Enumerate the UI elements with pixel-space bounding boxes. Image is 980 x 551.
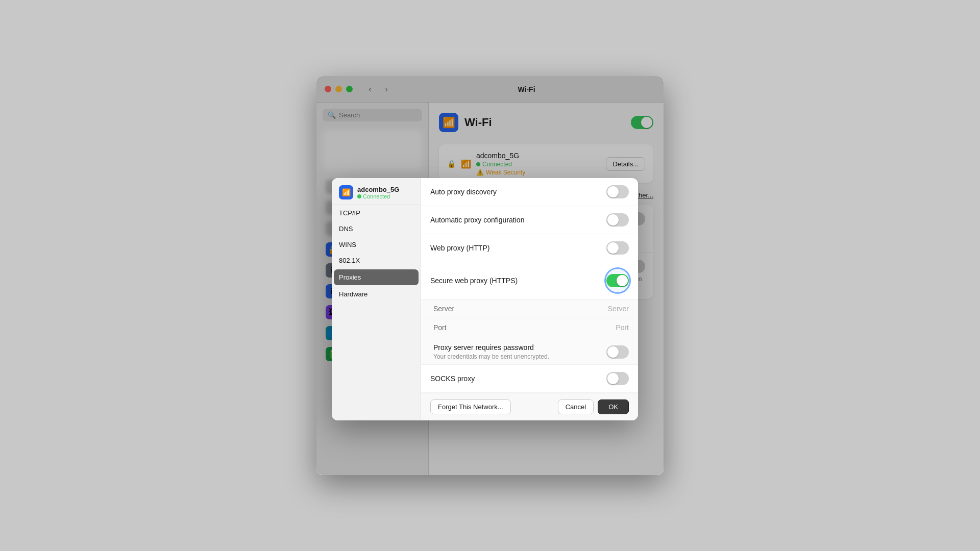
modal-net-status: Connected <box>357 193 399 199</box>
modal-nav-tcpip[interactable]: TCP/IP <box>332 205 421 221</box>
secure-proxy-header-row: Secure web proxy (HTTPS) <box>421 262 638 299</box>
modal-net-icon: 📶 <box>339 185 353 199</box>
cancel-button[interactable]: Cancel <box>558 399 594 414</box>
main-window: ‹ › Wi-Fi 🔍 <box>316 76 664 475</box>
modal-nav-items: TCP/IP DNS WINS 802.1X Proxies Hardware <box>332 205 421 302</box>
server-input[interactable]: Server <box>608 305 629 313</box>
secure-proxy-toggle-highlight <box>606 269 629 292</box>
port-label: Port <box>433 323 447 332</box>
modal-nav-dns[interactable]: DNS <box>332 221 421 237</box>
port-input[interactable]: Port <box>616 323 629 332</box>
modal-body: Auto proxy discovery Automatic proxy con… <box>421 178 638 393</box>
auto-discovery-toggle[interactable] <box>606 185 629 198</box>
port-row: Port Port <box>421 318 638 337</box>
proxy-auto-discovery-label: Auto proxy discovery <box>430 188 497 196</box>
modal-nav-proxies[interactable]: Proxies <box>334 269 419 285</box>
modal-action-buttons: Cancel OK <box>558 399 629 414</box>
modal-main: Auto proxy discovery Automatic proxy con… <box>421 178 638 420</box>
auto-config-toggle[interactable] <box>606 213 629 227</box>
proxy-auto-discovery-row: Auto proxy discovery <box>421 178 638 206</box>
modal-footer: Forget This Network... Cancel OK <box>421 393 638 420</box>
modal-overlay: 📶 adcombo_5G Connected TCP/IP DNS <box>316 76 664 475</box>
web-http-toggle[interactable] <box>606 241 629 255</box>
password-row: Proxy server requires password Your cred… <box>421 337 638 364</box>
secure-proxy-toggle[interactable] <box>606 274 629 287</box>
ok-button[interactable]: OK <box>598 399 629 414</box>
modal-nav-hardware[interactable]: Hardware <box>332 286 421 302</box>
proxy-auto-config-row: Automatic proxy configuration <box>421 206 638 234</box>
password-label: Proxy server requires password <box>433 343 549 352</box>
secure-proxy-section: Secure web proxy (HTTPS) Serve <box>421 262 638 365</box>
secure-proxy-subrows: Server Server Port Port <box>421 299 638 364</box>
modal-net-info: adcombo_5G Connected <box>357 186 399 199</box>
server-label: Server <box>433 305 454 313</box>
proxy-web-http-row: Web proxy (HTTP) <box>421 234 638 262</box>
password-toggle[interactable] <box>606 345 629 359</box>
secure-proxy-label: Secure web proxy (HTTPS) <box>430 277 518 285</box>
modal-connected-dot <box>357 194 361 198</box>
modal-net-name: adcombo_5G <box>357 186 399 193</box>
password-desc: Your credentials may be sent unencrypted… <box>433 353 549 360</box>
modal-layout: 📶 adcombo_5G Connected TCP/IP DNS <box>332 178 638 420</box>
proxy-auto-config-label: Automatic proxy configuration <box>430 216 524 224</box>
forget-network-button[interactable]: Forget This Network... <box>430 399 511 414</box>
modal-status-text: Connected <box>363 193 390 199</box>
modal-nav-8021x[interactable]: 802.1X <box>332 253 421 268</box>
modal-nav-wins[interactable]: WINS <box>332 237 421 253</box>
proxy-web-http-label: Web proxy (HTTP) <box>430 244 489 252</box>
socks-proxy-row: SOCKS proxy <box>421 365 638 393</box>
server-row: Server Server <box>421 299 638 318</box>
proxies-modal: 📶 adcombo_5G Connected TCP/IP DNS <box>332 178 638 420</box>
socks-proxy-label: SOCKS proxy <box>430 374 475 383</box>
socks-toggle[interactable] <box>606 372 629 385</box>
password-header: Proxy server requires password Your cred… <box>433 343 629 360</box>
password-text: Proxy server requires password Your cred… <box>433 343 549 360</box>
modal-sidebar: 📶 adcombo_5G Connected TCP/IP DNS <box>332 178 421 420</box>
modal-net-header: 📶 adcombo_5G Connected <box>332 178 421 205</box>
